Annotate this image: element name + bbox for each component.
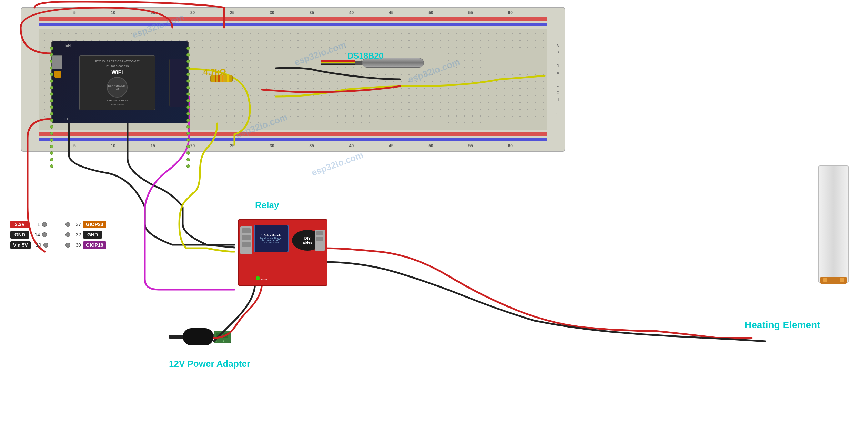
watermark-6: esp32io.com bbox=[310, 150, 365, 178]
relay-led bbox=[256, 276, 260, 280]
esp32-io-label: IO bbox=[64, 117, 68, 121]
breadboard-numbers-bottom: 51015202530354045505560 bbox=[56, 143, 530, 148]
pin-giop18-label: GIOP18 bbox=[83, 241, 106, 249]
relay-annotation: Relay bbox=[255, 200, 279, 211]
esp32-pin-left bbox=[50, 47, 53, 50]
ds18b20-annotation: DS18B20 bbox=[347, 51, 383, 61]
pin-5v19-label: Vin 5V bbox=[10, 241, 31, 249]
pin-3v3-label: 3.3V bbox=[10, 221, 29, 228]
pin-giop18-circle-left bbox=[65, 243, 70, 248]
breadboard-numbers-top: 51015202530354045505560 bbox=[56, 10, 530, 15]
pin-3v3-number: 1 bbox=[31, 222, 40, 227]
relay-module: 1 Relay Module high/low level trigger SR… bbox=[238, 219, 327, 286]
esp32-en-label: EN bbox=[65, 43, 71, 47]
pin-gnd14-number: 14 bbox=[31, 232, 40, 238]
pin-3v3-circle bbox=[42, 222, 47, 227]
esp32-antenna bbox=[169, 59, 186, 107]
heating-element-annotation: Heating Element bbox=[745, 320, 820, 331]
pin-gnd32-label: GND bbox=[83, 231, 102, 239]
pin-5v19-number: 19 bbox=[33, 242, 41, 248]
pin-giop23-number: 37 bbox=[72, 222, 81, 227]
usb-port bbox=[52, 55, 62, 69]
breadboard-row-letters: ABCDE - FGHIJ bbox=[556, 42, 559, 117]
pin-5v19-circle bbox=[43, 243, 48, 248]
pin-gnd14-label: GND bbox=[10, 231, 29, 239]
pin-gnd32-number: 32 bbox=[72, 232, 81, 238]
pin-gnd14-circle bbox=[42, 232, 47, 237]
power-adapter: - + bbox=[183, 328, 214, 345]
esp32-button bbox=[54, 71, 61, 78]
pin-giop18-number: 30 bbox=[72, 242, 81, 248]
pin-diagram: 3.3V 1 GND 14 Vin 5V 19 37 GIOP23 32 GND… bbox=[10, 221, 48, 258]
resistor-annotation: 4.7kΩ bbox=[203, 67, 226, 77]
pin-gnd32-circle-left bbox=[65, 232, 70, 237]
heating-element-body bbox=[818, 165, 849, 283]
pin-giop23-circle-left bbox=[65, 222, 70, 227]
heating-element-connector bbox=[820, 277, 847, 284]
pin-giop23-label: GIOP23 bbox=[83, 221, 106, 228]
esp32-chip: FCC ID: 2AC7Z-ESPWROOM32 IC: 2025-005519… bbox=[79, 55, 155, 110]
power-adapter-annotation: 12V Power Adapter bbox=[169, 359, 250, 369]
esp32-module: FCC ID: 2AC7Z-ESPWROOM32 IC: 2025-005519… bbox=[51, 41, 189, 123]
